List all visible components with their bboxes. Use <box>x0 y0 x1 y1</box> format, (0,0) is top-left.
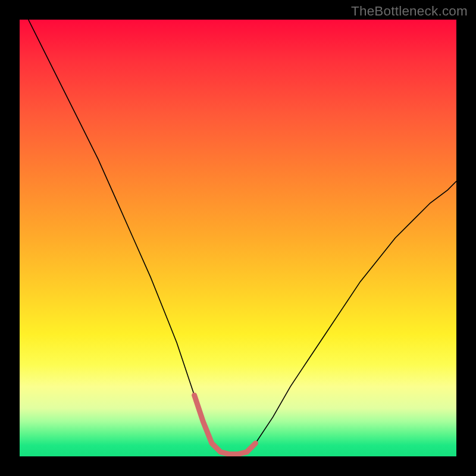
chart-frame: TheBottleneck.com <box>0 0 476 476</box>
bottleneck-curve <box>29 20 456 454</box>
chart-svg <box>20 20 456 456</box>
plot-area <box>20 20 456 456</box>
highlight-band <box>195 395 256 454</box>
watermark-text: TheBottleneck.com <box>351 4 468 19</box>
